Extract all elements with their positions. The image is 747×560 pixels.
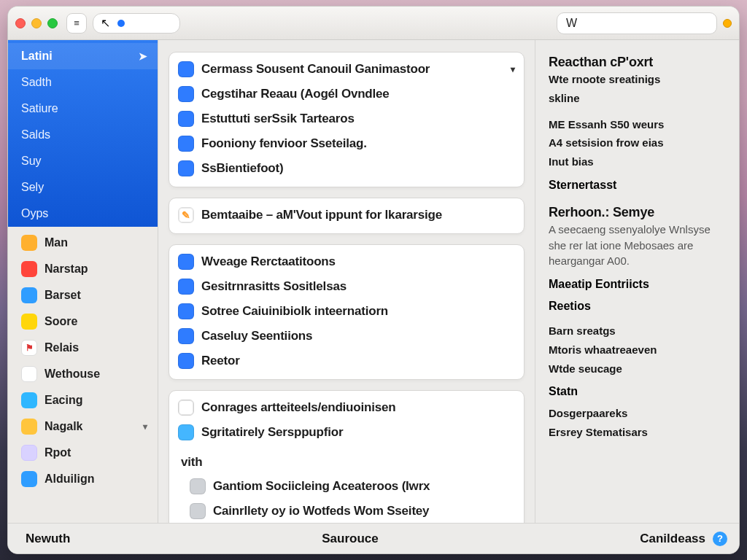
sidebar-item-wethouse[interactable]: Wethouse bbox=[8, 361, 158, 387]
item-icon bbox=[190, 503, 206, 519]
item-label: Estuttuti serSsik Tartearos bbox=[201, 112, 355, 126]
list-item[interactable]: Sgritatirely Sersppupfior bbox=[177, 421, 516, 446]
content-card: Cermass Sousent Canouil Ganimastoor▾Cegs… bbox=[169, 52, 525, 187]
info-item: Maeatip Eontriicts bbox=[549, 278, 726, 291]
list-item[interactable]: Fooniony fenvioor Sseteilag. bbox=[177, 133, 516, 158]
app-icon bbox=[21, 235, 37, 251]
sidebar-item-salds[interactable]: Salds bbox=[8, 122, 158, 148]
chevron-right-icon: ➤ bbox=[139, 50, 147, 62]
zoom-window-button[interactable] bbox=[47, 18, 58, 28]
toolbar-right bbox=[557, 12, 732, 34]
sidebar-item-label: Relais bbox=[44, 341, 79, 354]
app-icon bbox=[21, 392, 37, 408]
toolbar-button-list[interactable]: ≡ bbox=[66, 13, 87, 34]
close-window-button[interactable] bbox=[15, 18, 26, 28]
list-item[interactable]: Bemtaaibe – aM'Vout ippunt for lkararsig… bbox=[177, 204, 516, 229]
toolbar-pill[interactable]: ↖ bbox=[93, 13, 180, 34]
sidebar-item-suy[interactable]: Suy bbox=[8, 148, 158, 174]
info-item: Reetios bbox=[549, 300, 726, 313]
item-label: Sotree Caiuinibiolk inteernatiorn bbox=[201, 304, 388, 319]
sidebar-item-oyps[interactable]: Oyps bbox=[8, 201, 158, 227]
list-item[interactable]: Caseluy Seentiions bbox=[177, 325, 516, 350]
content-column: Cermass Sousent Canouil Ganimastoor▾Cegs… bbox=[158, 40, 535, 523]
item-icon bbox=[178, 279, 194, 295]
list-item[interactable]: Cegstihar Reaau (Aogél Ovndlee bbox=[177, 83, 516, 108]
sidebar-item-label: Rpot bbox=[44, 446, 71, 459]
info-item: Statn bbox=[549, 385, 726, 398]
sidebar-item-barset[interactable]: Barset bbox=[8, 282, 158, 308]
item-icon bbox=[178, 136, 194, 152]
sidebar-item-sadth[interactable]: Sadth bbox=[8, 69, 158, 96]
chevron-down-icon[interactable]: ▾ bbox=[511, 64, 515, 74]
item-icon bbox=[178, 207, 194, 223]
item-icon bbox=[178, 400, 194, 416]
sidebar-item-narstap[interactable]: Narstap bbox=[8, 256, 158, 282]
list-item[interactable]: Cermass Sousent Canouil Ganimastoor▾ bbox=[177, 58, 516, 83]
info-line: A4 setsision frow eias bbox=[549, 135, 726, 151]
sidebar-item-sely[interactable]: Sely bbox=[8, 174, 158, 201]
list-item[interactable]: SsBientiefoot) bbox=[177, 158, 516, 182]
sidebar-item-latini[interactable]: Latini➤ bbox=[8, 43, 158, 69]
help-icon[interactable]: ? bbox=[713, 532, 727, 546]
list-item[interactable]: Sotree Caiuinibiolk inteernatiorn bbox=[177, 300, 516, 325]
content-card: Bemtaaibe – aM'Vout ippunt for lkararsig… bbox=[169, 198, 525, 234]
info-line: Dosgerpaareks bbox=[549, 405, 726, 421]
footer-right-label: Canildeass bbox=[640, 532, 705, 546]
item-label: Cegstihar Reaau (Aogél Ovndlee bbox=[201, 87, 390, 101]
list-item[interactable]: Estuttuti serSsik Tartearos bbox=[177, 108, 516, 133]
sidebar-bottom-section: ManNarstapBarsetSooreRelaisWethouseEacin… bbox=[8, 227, 158, 492]
sidebar-item-label: Man bbox=[44, 236, 68, 249]
sidebar-item-label: Oyps bbox=[21, 207, 48, 220]
footer-center[interactable]: Saurouce bbox=[180, 532, 520, 546]
item-label: Fooniony fenvioor Sseteilag. bbox=[201, 136, 367, 151]
app-icon bbox=[21, 340, 37, 356]
sidebar-item-nagalk[interactable]: Nagalk▾ bbox=[8, 413, 158, 440]
sidebar-item-label: Satiure bbox=[21, 102, 58, 115]
item-label: Wveage Rerctaatitoons bbox=[201, 254, 336, 269]
item-icon bbox=[178, 61, 194, 77]
window-body: Latini➤SadthSatiureSaldsSuySelyOyps ManN… bbox=[8, 40, 739, 523]
info-line: Inut bias bbox=[549, 154, 726, 170]
list-item[interactable]: Gantiom Sociicleing Aceateroos (Iwrx bbox=[177, 475, 516, 500]
titlebar: ≡ ↖ bbox=[8, 7, 739, 40]
list-item[interactable]: Conrages artteiteels/endiuoinisen bbox=[177, 397, 516, 421]
sidebar-item-eacing[interactable]: Eacing bbox=[8, 387, 158, 413]
item-icon bbox=[178, 160, 194, 176]
list-item[interactable]: Cainrllety oy io Wotfeds Wom Sseitey bbox=[177, 500, 516, 523]
sidebar-item-rpot[interactable]: Rpot bbox=[8, 440, 158, 466]
item-icon bbox=[178, 303, 194, 319]
app-icon bbox=[21, 366, 37, 382]
item-icon bbox=[178, 86, 194, 102]
content-card: Wveage RerctaatitoonsGesitrnrasitts Sosi… bbox=[169, 244, 525, 380]
item-label: Cainrllety oy io Wotfeds Wom Sseitey bbox=[213, 504, 429, 518]
status-dot bbox=[723, 19, 732, 28]
window-traffic-lights bbox=[15, 18, 58, 28]
item-label: Bemtaaibe – aM'Vout ippunt for lkararsig… bbox=[201, 208, 442, 222]
sidebar-item-label: Sadth bbox=[21, 76, 52, 89]
list-item[interactable]: Gesitrnrasitts Sositlelsas bbox=[177, 276, 516, 300]
card-subheader: vith bbox=[177, 446, 516, 475]
footer-right[interactable]: Canildeass ? bbox=[538, 532, 727, 546]
sidebar-item-relais[interactable]: Relais bbox=[8, 335, 158, 361]
app-window: ≡ ↖ Latini➤SadthSatiureSaldsSuySelyOyps … bbox=[7, 6, 740, 554]
info-line: Ersrey Stematisars bbox=[549, 424, 726, 440]
app-icon bbox=[21, 471, 37, 487]
sidebar-item-label: Wethouse bbox=[44, 368, 100, 381]
item-icon bbox=[178, 353, 194, 369]
item-icon bbox=[178, 111, 194, 127]
sidebar-item-man[interactable]: Man bbox=[8, 230, 158, 256]
sidebar-item-alduilign[interactable]: Alduilign bbox=[8, 466, 158, 492]
sidebar-item-soore[interactable]: Soore bbox=[8, 308, 158, 335]
footer-left[interactable]: Newuth bbox=[20, 532, 163, 546]
info-line: Mtoris whaatreaeven bbox=[549, 342, 726, 358]
search-input[interactable] bbox=[557, 12, 717, 34]
minimize-window-button[interactable] bbox=[31, 18, 42, 28]
sidebar-item-satiure[interactable]: Satiure bbox=[8, 96, 158, 122]
sidebar-item-label: Suy bbox=[21, 155, 42, 168]
content-card: Conrages artteiteels/endiuoinisenSgritat… bbox=[169, 390, 525, 523]
app-icon bbox=[21, 445, 37, 461]
list-item[interactable]: Wveage Rerctaatitoons bbox=[177, 251, 516, 276]
list-item[interactable]: Reetor bbox=[177, 350, 516, 375]
footer-bar: Newuth Saurouce Canildeass ? bbox=[8, 523, 739, 553]
status-indicator-dot bbox=[117, 20, 125, 27]
